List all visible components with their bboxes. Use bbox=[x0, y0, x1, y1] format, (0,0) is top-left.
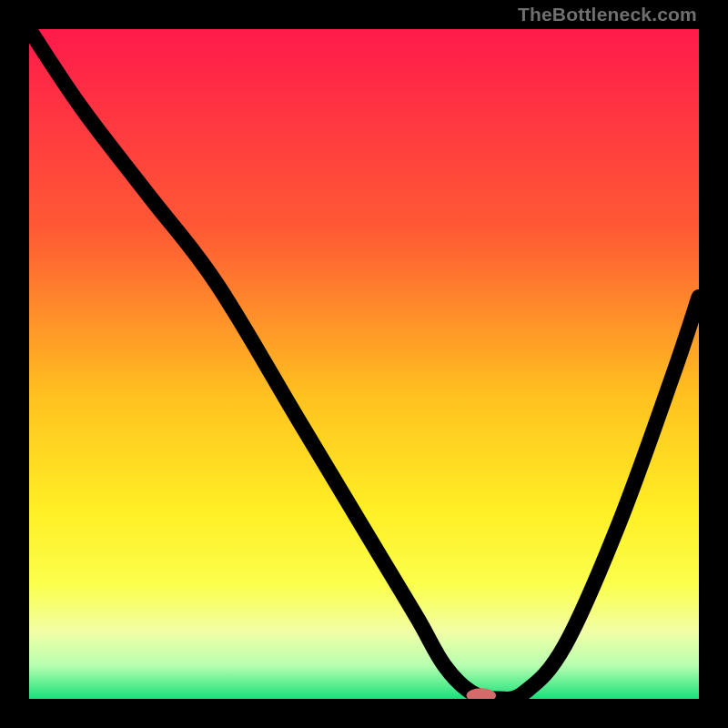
chart-svg bbox=[29, 29, 699, 699]
watermark-text: TheBottleneck.com bbox=[518, 4, 697, 25]
chart-frame: TheBottleneck.com bbox=[0, 0, 728, 728]
plot-area bbox=[29, 29, 699, 699]
gradient-background bbox=[29, 29, 699, 699]
